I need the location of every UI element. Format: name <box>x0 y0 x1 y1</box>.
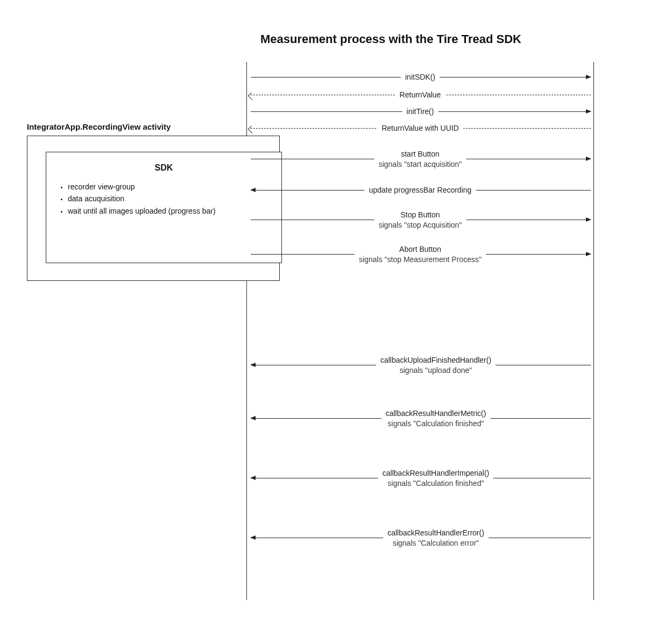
msg-callback-upload-finished: callbackUploadFinishedHandler() signals … <box>376 355 496 376</box>
msg-callback-upload-finished-line1: callbackUploadFinishedHandler() <box>380 356 491 364</box>
arrowhead-right-icon <box>586 217 591 222</box>
arrowhead-left-icon <box>250 535 256 540</box>
msg-start-button: start Button signals "start acquisition" <box>374 149 466 170</box>
msg-stop-button-line1: Stop Button <box>400 210 440 219</box>
msg-callback-result-imperial: callbackResultHandlerImperial() signals … <box>378 468 493 489</box>
msg-abort-button-line2: signals "stop Measurement Process" <box>359 255 482 265</box>
sdk-capabilities-list: recorder view-group data acuquisition wa… <box>56 181 272 217</box>
sdk-list-item: wait until all images uploaded (progress… <box>68 205 272 217</box>
actor-label-integrator-app: IntegratorApp.RecordingView activity <box>27 122 171 131</box>
msg-returnvalue-uuid: ReturnValue with UUID <box>377 123 463 134</box>
arrowhead-right-icon <box>586 75 591 79</box>
msg-returnvalue: ReturnValue <box>395 89 445 101</box>
msg-callback-result-error-line1: callbackResultHandlerError() <box>387 528 484 537</box>
arrowhead-right-icon <box>586 252 591 256</box>
msg-abort-button: Abort Button signals "stop Measurement P… <box>355 244 486 265</box>
arrowhead-left-icon <box>250 476 256 480</box>
diagram-title: Measurement process with the Tire Tread … <box>260 32 521 46</box>
msg-stop-button: Stop Button signals "stop Acquisition" <box>374 210 466 230</box>
arrowhead-right-icon <box>586 157 591 161</box>
sdk-list-item: data acuquisition <box>68 193 272 204</box>
msg-start-button-line1: start Button <box>401 150 440 158</box>
lifeline-sdk-remote <box>593 62 594 600</box>
msg-callback-upload-finished-line2: signals "upload done" <box>380 365 491 376</box>
sdk-box-title: SDK <box>56 163 272 173</box>
msg-callback-result-imperial-line1: callbackResultHandlerImperial() <box>383 469 489 477</box>
arrowhead-left-icon <box>250 188 256 192</box>
arrowhead-left-icon <box>250 363 256 367</box>
msg-initSDK: initSDK() <box>401 72 440 83</box>
msg-callback-result-metric-line1: callbackResultHandlerMetric() <box>386 409 486 418</box>
msg-start-button-line2: signals "start acquisition" <box>379 159 462 170</box>
msg-initTire: initTire() <box>402 106 438 117</box>
msg-update-progressbar: update progressBar Recording <box>365 185 476 196</box>
msg-abort-button-line1: Abort Button <box>399 245 441 253</box>
arrowhead-right-icon <box>586 109 591 114</box>
sdk-list-item: recorder view-group <box>68 181 272 193</box>
sequence-diagram: Measurement process with the Tire Tread … <box>0 0 672 635</box>
msg-callback-result-error: callbackResultHandlerError() signals "Ca… <box>383 528 489 548</box>
msg-callback-result-metric-line2: signals "Calculation finished" <box>386 419 486 429</box>
arrowhead-left-icon <box>248 126 257 135</box>
inner-box-sdk: SDK recorder view-group data acuquisitio… <box>46 152 282 263</box>
msg-callback-result-imperial-line2: signals "Calculation finished" <box>383 478 489 489</box>
arrowhead-left-icon <box>250 416 256 420</box>
arrowhead-left-icon <box>248 93 257 101</box>
msg-callback-result-metric: callbackResultHandlerMetric() signals "C… <box>381 408 491 429</box>
msg-callback-result-error-line2: signals "Calculation error" <box>387 538 484 548</box>
msg-stop-button-line2: signals "stop Acquisition" <box>379 220 462 230</box>
